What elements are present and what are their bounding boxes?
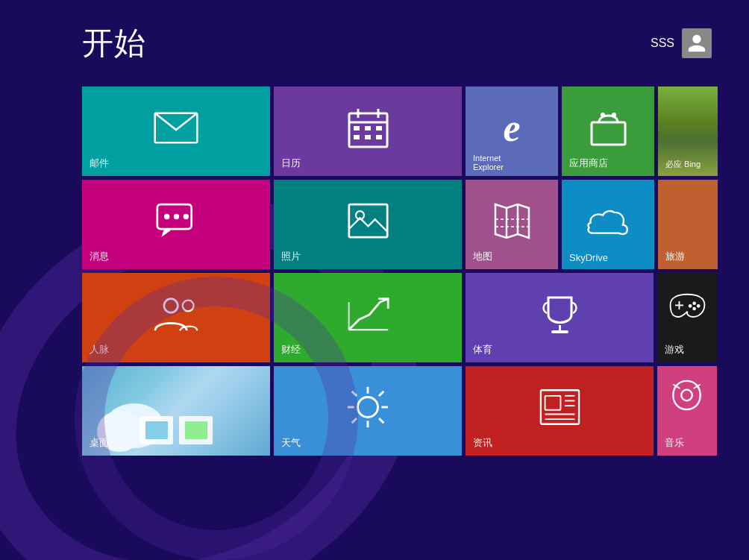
tile-ie[interactable]: e InternetExplorer: [466, 86, 558, 176]
svg-point-13: [612, 113, 616, 117]
svg-rect-46: [545, 396, 560, 410]
ie-icon: e: [503, 106, 520, 150]
tile-travel[interactable]: 旅游: [658, 180, 718, 269]
tile-row-2: 消息 照片: [82, 180, 749, 269]
tile-finance[interactable]: 财经: [274, 273, 462, 362]
svg-point-12: [601, 113, 605, 117]
tile-photos[interactable]: 照片: [274, 180, 462, 269]
tile-mail-label: 邮件: [90, 157, 109, 170]
user-area[interactable]: SSS: [651, 28, 712, 58]
tile-store-label: 应用商店: [569, 157, 608, 170]
tile-row-1: 邮件 日历 e: [82, 86, 749, 176]
tile-sports-label: 体育: [473, 343, 492, 356]
user-name: SSS: [651, 37, 674, 50]
svg-rect-5: [354, 126, 360, 130]
svg-point-16: [164, 214, 169, 219]
tile-maps[interactable]: 地图: [466, 180, 558, 269]
mail-icon: [154, 111, 198, 145]
svg-point-32: [692, 301, 696, 305]
svg-marker-15: [161, 229, 171, 237]
svg-rect-6: [365, 126, 371, 130]
calendar-icon: [348, 107, 389, 148]
tile-music[interactable]: 音乐: [657, 366, 717, 456]
chat-icon: [156, 202, 197, 239]
svg-marker-21: [495, 204, 529, 238]
store-icon: [588, 107, 629, 148]
svg-point-17: [173, 214, 178, 219]
svg-point-35: [692, 307, 696, 311]
tile-weather[interactable]: 天气: [274, 366, 462, 456]
tile-store[interactable]: 应用商店: [562, 86, 654, 176]
svg-rect-9: [365, 135, 371, 139]
tile-people-label: 人脉: [90, 343, 109, 356]
tile-games-label: 游戏: [665, 343, 684, 356]
tile-music-label: 音乐: [665, 436, 684, 450]
tile-travel-label: 旅游: [665, 250, 685, 263]
trophy-icon: [539, 294, 580, 335]
tile-games[interactable]: 游戏: [657, 273, 717, 362]
svg-rect-8: [354, 135, 360, 139]
header: 开始 SSS: [0, 0, 749, 79]
tile-people[interactable]: 人脉: [82, 273, 270, 362]
tile-bing[interactable]: 必应 Bing: [658, 86, 718, 176]
svg-point-36: [357, 397, 377, 417]
tiles-container: 邮件 日历 e: [0, 79, 749, 456]
sun-icon: [345, 385, 390, 430]
svg-point-34: [688, 304, 692, 308]
tile-sports[interactable]: 体育: [466, 273, 654, 362]
svg-rect-7: [376, 126, 382, 130]
tile-mail[interactable]: 邮件: [82, 86, 270, 176]
svg-point-18: [183, 214, 188, 219]
tile-messaging-label: 消息: [90, 250, 109, 263]
tile-row-3: 人脉 财经: [82, 273, 749, 362]
gamepad-icon: [667, 288, 708, 321]
skydrive-icon: [586, 204, 630, 238]
tile-skydrive-label: SkyDrive: [569, 252, 608, 263]
tile-news[interactable]: 资讯: [466, 366, 654, 456]
svg-point-52: [681, 390, 692, 401]
page-title: 开始: [82, 22, 146, 64]
tile-desktop-label: 桌面: [90, 436, 109, 450]
avatar[interactable]: [682, 28, 712, 58]
svg-line-41: [352, 391, 357, 396]
svg-point-33: [696, 304, 700, 308]
svg-line-43: [379, 391, 383, 396]
tile-finance-label: 财经: [281, 343, 301, 356]
svg-line-42: [379, 418, 383, 423]
tile-maps-label: 地图: [473, 250, 492, 263]
svg-rect-29: [551, 330, 568, 333]
tile-row-4: 桌面 天气: [82, 366, 749, 456]
svg-point-24: [164, 299, 178, 312]
news-icon: [539, 388, 580, 426]
tile-bing-label: 必应 Bing: [665, 159, 701, 170]
map-icon: [492, 201, 533, 242]
people-icon: [154, 295, 198, 333]
finance-icon: [345, 294, 390, 335]
tile-calendar[interactable]: 日历: [274, 86, 462, 176]
tile-calendar-label: 日历: [281, 157, 301, 170]
music-icon: [668, 377, 706, 413]
tile-photos-label: 照片: [281, 250, 301, 263]
svg-line-44: [352, 418, 357, 423]
tile-weather-label: 天气: [281, 436, 301, 450]
photos-icon: [348, 202, 389, 239]
svg-rect-19: [348, 204, 386, 237]
user-icon: [686, 33, 707, 54]
tile-skydrive[interactable]: SkyDrive: [562, 180, 654, 269]
svg-point-25: [183, 301, 194, 312]
tile-ie-label: InternetExplorer: [473, 154, 504, 172]
tile-news-label: 资讯: [473, 436, 492, 450]
svg-rect-11: [592, 122, 625, 145]
tile-messaging[interactable]: 消息: [82, 180, 270, 269]
tile-desktop[interactable]: 桌面: [82, 366, 270, 456]
svg-rect-10: [376, 135, 382, 139]
